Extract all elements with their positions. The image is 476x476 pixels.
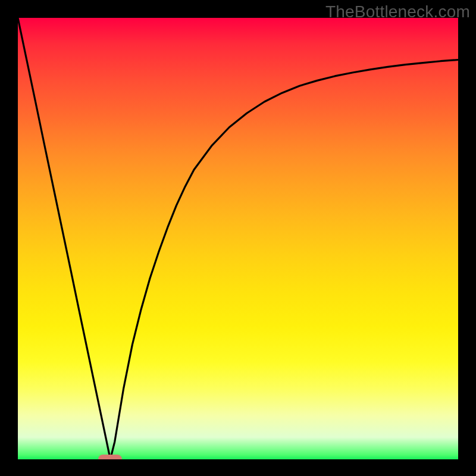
watermark-text: TheBottleneck.com [325, 2, 470, 21]
minimum-marker [98, 455, 122, 459]
plot-area [18, 18, 458, 459]
chart-frame: TheBottleneck.com [0, 0, 476, 476]
bottleneck-curve [18, 18, 458, 459]
